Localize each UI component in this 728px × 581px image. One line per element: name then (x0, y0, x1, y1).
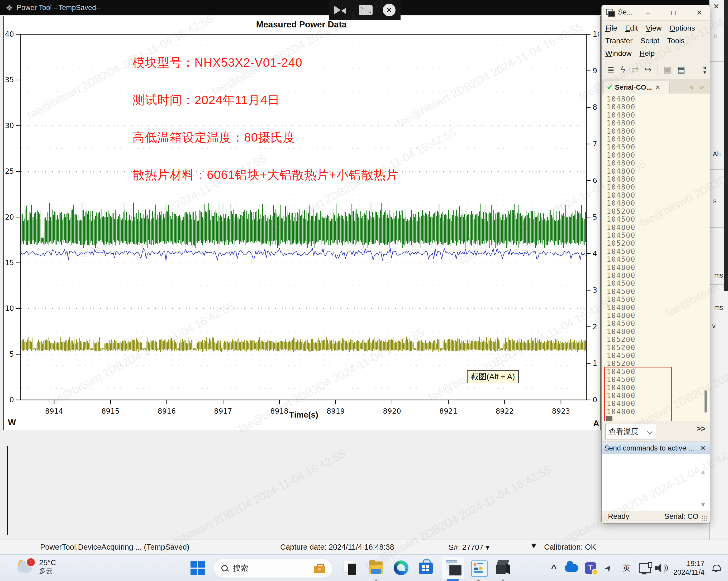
serial-menubar: File Edit View Options Transfer Script T… (602, 20, 710, 61)
search-input[interactable]: 搜索 (214, 559, 333, 578)
running-indicator (375, 579, 377, 581)
tray-expand-icon[interactable]: ^ (547, 555, 561, 581)
menu-transfer[interactable]: Transfer (605, 37, 632, 45)
paste-icon[interactable]: ▤ (677, 64, 685, 75)
tab-close-icon[interactable]: ✕ (655, 84, 660, 91)
notification-bell-icon[interactable] (709, 555, 724, 581)
background-close-icon: ✕ (713, 2, 719, 11)
calibration-status: Calibration: OK (544, 543, 596, 551)
chevron-down-icon[interactable] (644, 424, 656, 439)
serial-status-ready: Ready (608, 512, 629, 521)
terminal-line: 104500 (602, 279, 709, 287)
svg-text:0: 0 (9, 396, 14, 404)
menu-window[interactable]: Window (605, 49, 632, 58)
file-explorer-button[interactable] (365, 557, 387, 579)
resize-icon[interactable]: ↖↘ (359, 5, 372, 15)
scroll-down-icon[interactable]: ▼ (700, 501, 706, 508)
clock[interactable]: 19:17 2024/11/4 (670, 555, 704, 581)
menu-script[interactable]: Script (641, 37, 659, 45)
tab-serial-com[interactable]: ✔ Serial-CO... ✕ (604, 81, 670, 94)
briefcase-icon[interactable] (314, 563, 326, 573)
svg-text:20: 20 (5, 213, 14, 221)
svg-text:2: 2 (593, 323, 597, 331)
terminal-output[interactable]: 1048001048001048001048001048001048001045… (602, 93, 709, 421)
command-row: 查看温度 >> (602, 421, 710, 442)
svg-text:9: 9 (593, 67, 597, 75)
menu-view[interactable]: View (646, 24, 661, 32)
send-commands-bar[interactable]: Send commands to active ... ✕ (602, 442, 710, 454)
terminal-line: 104800 (602, 175, 709, 183)
minimize-icon[interactable]: – (641, 7, 655, 18)
session-manager-icon[interactable]: ≣ (607, 64, 615, 75)
command-input-area[interactable]: ▲ ▼ (602, 454, 710, 511)
svg-text:4: 4 (593, 249, 597, 257)
command-dropdown[interactable]: 查看温度 (605, 424, 656, 439)
serial-window-title: Se... (618, 8, 633, 16)
close-window-icon[interactable]: ✕ (693, 7, 706, 18)
quick-connect-icon[interactable]: ϟ (620, 64, 626, 75)
menu-file[interactable]: File (605, 24, 617, 32)
send-bar-close-icon[interactable]: ✕ (700, 444, 706, 452)
menu-edit[interactable]: Edit (625, 24, 638, 32)
annotation-line: 测试时间：2024年11月4日 (132, 92, 280, 108)
weather-icon[interactable]: 1 (17, 559, 35, 576)
location-arrow-icon[interactable]: ➤ (601, 555, 615, 581)
weather-widget[interactable]: 25°C 多云 (39, 558, 56, 575)
cube-app-button[interactable] (492, 557, 514, 579)
toolbar-overflow-icon[interactable]: »▾ (703, 65, 707, 75)
start-button[interactable] (190, 560, 205, 576)
svg-text:5: 5 (9, 350, 14, 358)
teams-icon[interactable]: T (583, 555, 598, 581)
svg-text:0: 0 (593, 396, 597, 404)
cast-display-icon[interactable] (638, 555, 652, 581)
svg-text:8922: 8922 (496, 407, 514, 415)
terminal-app-icon (606, 9, 615, 17)
svg-text:8917: 8917 (214, 407, 232, 415)
serial-titlebar[interactable]: Se... – □ ✕ (602, 5, 710, 21)
serial-tabbar: ✔ Serial-CO... ✕ ◃ ▹ (602, 79, 710, 93)
terminal-line: 104800 (602, 167, 709, 175)
powertool-app-button[interactable] (442, 557, 464, 579)
maximize-icon[interactable]: □ (667, 7, 680, 18)
close-icon[interactable]: ✕ (383, 4, 395, 16)
reconnect-icon[interactable]: ⇄ (632, 64, 639, 75)
onedrive-icon[interactable] (564, 555, 579, 581)
right-axis-unit: A (593, 419, 599, 428)
svg-text:7: 7 (593, 140, 597, 148)
task-view-button[interactable] (339, 557, 361, 579)
terminal-line: 104800 (602, 264, 709, 272)
monitor-app-button[interactable] (468, 557, 490, 579)
heart-icon: ♥ (531, 541, 536, 550)
notification-badge: 1 (26, 558, 35, 567)
svg-text:1: 1 (593, 359, 597, 367)
microsoft-store-button[interactable] (415, 557, 437, 579)
connected-check-icon: ✔ (607, 83, 613, 92)
screenshot-tooltip: 截图(Alt + A) (467, 370, 519, 383)
ime-language-indicator[interactable]: 英 (620, 555, 634, 581)
tab-scroll-right-icon[interactable]: ▹ (701, 83, 704, 91)
scroll-up-icon[interactable]: ▲ (700, 468, 706, 475)
terminal-scrollbar-thumb[interactable] (704, 390, 707, 413)
toolbar-separator (657, 64, 658, 75)
serial-number[interactable]: S#: 27707 ▾ (448, 543, 490, 552)
app-icon: ❖ (6, 3, 13, 12)
tab-scroll-left-icon[interactable]: ◃ (690, 83, 693, 91)
terminal-line: 104800 (602, 103, 709, 111)
menu-help[interactable]: Help (640, 49, 655, 58)
menu-tools[interactable]: Tools (667, 37, 684, 45)
copy-icon[interactable]: ▣ (664, 64, 672, 75)
disconnect-icon[interactable]: ↪ (645, 64, 652, 75)
terminal-line: 104500 (602, 255, 709, 264)
terminal-line: 104800 (602, 95, 709, 103)
collapse-icon[interactable] (334, 5, 348, 15)
resize-grip[interactable] (701, 515, 707, 521)
terminal-line: 104800 (602, 272, 709, 279)
command-overflow[interactable]: >> (696, 424, 706, 433)
edge-browser-button[interactable] (390, 557, 412, 579)
menu-options[interactable]: Options (670, 24, 695, 32)
terminal-line: 104800 (602, 328, 709, 336)
terminal-cursor (606, 416, 613, 421)
svg-text:25: 25 (5, 167, 14, 175)
volume-icon[interactable] (653, 555, 668, 581)
svg-text:6: 6 (593, 176, 597, 185)
